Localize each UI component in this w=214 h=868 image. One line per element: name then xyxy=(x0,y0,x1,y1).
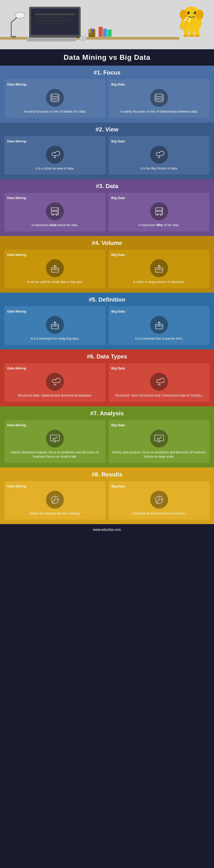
icon-definition-right xyxy=(150,316,168,334)
card-text-analysis-left: Mainly Statistical Analysis, focus on pr… xyxy=(7,450,103,459)
section-results: #8. ResultsData Mining Mainly for strate… xyxy=(0,467,214,524)
card-definition-right: Big Data It is a concept than a precise … xyxy=(109,306,210,345)
svg-point-29 xyxy=(194,12,195,13)
svg-rect-6 xyxy=(35,13,75,15)
card-view-right: Big Data It is the Big Picture of data. xyxy=(109,136,210,175)
svg-point-31 xyxy=(195,10,204,20)
card-label-datatypes-right: Big Data xyxy=(111,366,125,370)
card-text-results-left: Mainly for strategic decision making. xyxy=(30,512,80,516)
card-text-data-left: It expresses what about the data. xyxy=(32,223,79,227)
card-label-focus-right: Big Data xyxy=(111,83,125,86)
svg-rect-16 xyxy=(89,29,90,33)
section-row-view: Data Mining It is a close up view of dat… xyxy=(4,136,210,175)
card-results-left: Data Mining Mainly for strategic decisio… xyxy=(4,481,105,520)
icon-results-left xyxy=(46,491,64,509)
section-header-data: #3. Data xyxy=(4,179,210,193)
svg-point-45 xyxy=(57,212,58,213)
card-label-volume-right: Big Data xyxy=(111,253,125,256)
svg-point-36 xyxy=(189,35,194,37)
svg-point-52 xyxy=(161,209,162,210)
svg-rect-18 xyxy=(92,28,93,33)
card-label-data-right: Big Data xyxy=(111,196,125,200)
icon-analysis-left xyxy=(46,430,64,447)
card-data-left: Data Mining It expresses what about the … xyxy=(4,193,105,231)
card-data-right: Big Data It expresses Why of the data. xyxy=(109,193,210,231)
section-data: #3. DataData Mining It expresses what ab… xyxy=(0,179,214,236)
card-label-definition-left: Data Mining xyxy=(7,309,26,313)
svg-point-44 xyxy=(57,209,58,210)
sections-container: #1. FocusData Mining It mainly focusses … xyxy=(0,66,214,524)
card-text-datatypes-right: Structured, Semi-Structured and Unstruct… xyxy=(115,393,203,398)
svg-rect-20 xyxy=(103,29,107,37)
svg-rect-21 xyxy=(107,30,112,37)
card-label-focus-left: Data Mining xyxy=(7,83,26,86)
icon-data-right xyxy=(150,203,168,220)
icon-focus-left xyxy=(46,89,64,107)
icon-view-left xyxy=(46,146,64,164)
svg-line-89 xyxy=(156,500,159,502)
icon-view-right xyxy=(150,146,168,164)
card-text-view-left: It is a close up view of data. xyxy=(36,166,74,171)
svg-rect-8 xyxy=(35,20,70,22)
svg-point-53 xyxy=(161,212,162,213)
section-header-volume: #4. Volume xyxy=(4,236,210,250)
card-analysis-right: Big Data Mainly data analysis, focus on … xyxy=(109,420,210,463)
section-header-view: #2. View xyxy=(4,122,210,136)
footer: www.educba.com xyxy=(0,524,214,535)
card-label-view-left: Data Mining xyxy=(7,139,26,143)
svg-line-85 xyxy=(52,500,55,502)
svg-point-35 xyxy=(183,35,189,37)
card-label-definition-right: Big Data xyxy=(111,309,125,313)
card-label-volume-left: Data Mining xyxy=(7,253,26,256)
card-volume-left: Data Mining It can be used for small dat… xyxy=(4,250,105,288)
card-text-focus-right: It mainly focusses on lots of relationsh… xyxy=(120,110,198,114)
section-header-analysis: #7. Analysis xyxy=(4,406,210,420)
card-focus-left: Data Mining It mainly focusses on lots o… xyxy=(4,79,105,118)
svg-point-27 xyxy=(187,12,188,13)
card-label-view-right: Big Data xyxy=(111,139,125,143)
header-illustration xyxy=(0,0,214,49)
card-text-definition-left: It is a technique for analyzing data. xyxy=(31,337,79,341)
card-analysis-left: Data Mining Mainly Statistical Analysis,… xyxy=(4,420,105,463)
card-view-left: Data Mining It is a close up view of dat… xyxy=(4,136,105,175)
section-analysis: #7. AnalysisData Mining Mainly Statistic… xyxy=(0,406,214,467)
card-text-volume-left: It can be used for small data or big dat… xyxy=(27,280,83,284)
section-header-results: #8. Results xyxy=(4,467,210,481)
section-volume: #4. VolumeData Mining It can be used for… xyxy=(0,236,214,293)
section-header-definition: #5. Definition xyxy=(4,292,210,306)
svg-point-39 xyxy=(155,94,163,96)
section-view: #2. ViewData Mining It is a close up vie… xyxy=(0,122,214,179)
section-row-data: Data Mining It expresses what about the … xyxy=(4,193,210,231)
icon-analysis-right xyxy=(150,430,168,447)
section-row-focus: Data Mining It mainly focusses on lots o… xyxy=(4,79,210,118)
section-datatypes: #6. Data TypesData Mining Structured dat… xyxy=(0,349,214,406)
svg-point-13 xyxy=(15,12,25,18)
card-volume-right: Big Data It refers to large amount of da… xyxy=(109,250,210,288)
card-label-datatypes-left: Data Mining xyxy=(7,366,26,370)
svg-rect-76 xyxy=(51,435,59,441)
card-label-results-left: Data Mining xyxy=(7,484,26,488)
card-text-focus-left: It mainly focusses on lots of details of… xyxy=(24,110,86,114)
svg-rect-10 xyxy=(28,38,75,41)
card-label-data-left: Data Mining xyxy=(7,196,26,200)
section-row-datatypes: Data Mining Structured data, relational … xyxy=(4,363,210,402)
card-label-analysis-left: Data Mining xyxy=(7,423,26,427)
card-text-definition-right: It is a concept than a precise term. xyxy=(135,337,183,341)
card-text-analysis-right: Mainly data analysis, focus on predictio… xyxy=(111,450,207,459)
section-row-definition: Data Mining It is a technique for analyz… xyxy=(4,306,210,345)
card-text-data-right: It expresses Why of the data. xyxy=(139,223,180,227)
card-definition-left: Data Mining It is a technique for analyz… xyxy=(4,306,105,345)
section-row-analysis: Data Mining Mainly Statistical Analysis,… xyxy=(4,420,210,463)
icon-focus-right xyxy=(150,89,168,107)
svg-rect-19 xyxy=(99,27,103,37)
card-label-analysis-right: Big Data xyxy=(111,423,125,427)
card-text-view-right: It is the Big Picture of data. xyxy=(140,166,178,171)
card-text-datatypes-left: Structured data, relational and dimensio… xyxy=(18,393,92,398)
icon-definition-left xyxy=(46,316,64,334)
icon-results-right xyxy=(150,491,168,509)
svg-rect-5 xyxy=(31,8,79,35)
section-header-focus: #1. Focus xyxy=(4,66,210,79)
card-datatypes-right: Big Data Structured, Semi-Structured and… xyxy=(109,363,210,402)
card-text-results-right: Dashboards and predictive measures. xyxy=(133,512,186,516)
hadoop-elephant xyxy=(176,2,207,38)
